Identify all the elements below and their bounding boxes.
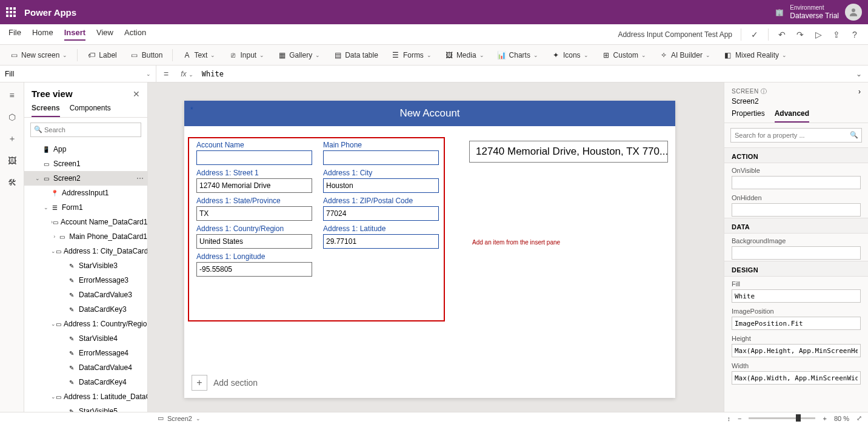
canvas-area[interactable]: New Account * Account Name Main Phone Ad…: [148, 82, 724, 412]
redo-icon[interactable]: ↷: [795, 30, 805, 39]
tree-tab-components[interactable]: Components: [70, 104, 111, 117]
address-display[interactable]: 12740 Memorial Drive, Houston, TX 770...: [469, 141, 668, 163]
prop-input-imageposition[interactable]: [732, 317, 861, 330]
menu-action[interactable]: Action: [124, 28, 146, 41]
tree-node-datacardvalue4[interactable]: ✎DataCardValue4: [24, 360, 147, 375]
menu-insert[interactable]: Insert: [64, 28, 85, 41]
ribbon-mixed-reality[interactable]: ◧Mixed Reality⌄: [720, 51, 790, 59]
share-icon[interactable]: ⇪: [832, 30, 841, 39]
fx-label[interactable]: fx ⌄: [176, 70, 198, 78]
tree-node-datacardkey4[interactable]: ✎DataCardKey4: [24, 375, 147, 389]
panel-chevron-icon[interactable]: ›: [858, 87, 861, 96]
ribbon-text[interactable]: AText⌄: [179, 51, 219, 59]
ribbon-ai-builder[interactable]: ✧AI Builder⌄: [656, 51, 714, 59]
info-icon[interactable]: ⓘ: [761, 88, 767, 95]
add-section-button[interactable]: +Add section: [192, 375, 258, 391]
ribbon-data-table[interactable]: ▤Data table: [330, 51, 382, 59]
form-title: New Account: [184, 101, 675, 126]
prop-name-bgimage: BackgroundImage: [732, 237, 861, 244]
ribbon-button[interactable]: ▭Button: [127, 51, 167, 59]
user-avatar[interactable]: [845, 4, 862, 21]
search-icon: 🔍: [850, 131, 858, 139]
field-input-longitude[interactable]: [196, 262, 312, 277]
tree-tab-screens[interactable]: Screens: [32, 104, 60, 117]
tree-node-errormessage3[interactable]: ✎ErrorMessage3: [24, 273, 147, 288]
tree-node-screen2[interactable]: ⌄▭Screen2⋯: [24, 171, 147, 186]
screen-canvas[interactable]: New Account * Account Name Main Phone Ad…: [184, 101, 675, 398]
environment-icon: 🏢: [775, 8, 784, 16]
field-input-street1[interactable]: [196, 178, 312, 193]
field-input-account-name[interactable]: [196, 150, 312, 165]
tree-node-starvisible3[interactable]: ✎StarVisible3: [24, 258, 147, 273]
ribbon-input[interactable]: ⎚Input⌄: [225, 51, 268, 59]
ribbon-new-screen[interactable]: ▭New screen⌄: [6, 51, 71, 59]
more-icon[interactable]: ⋯: [136, 174, 144, 183]
ribbon-icons[interactable]: ✦Icons⌄: [548, 51, 592, 59]
play-icon[interactable]: ▷: [813, 30, 823, 39]
prop-name-imageposition: ImagePosition: [732, 308, 861, 315]
field-input-zip[interactable]: [323, 206, 439, 221]
menu-home[interactable]: Home: [32, 28, 53, 41]
insert-icon[interactable]: ＋: [7, 133, 18, 144]
tree-node-screen1[interactable]: ▭Screen1: [24, 156, 147, 171]
app-checker-icon[interactable]: ✓: [750, 30, 760, 39]
menu-view[interactable]: View: [96, 28, 113, 41]
prop-input-bgimage[interactable]: [732, 246, 861, 260]
tree-search-input[interactable]: [30, 123, 141, 137]
ribbon-charts[interactable]: 📊Charts⌄: [494, 51, 542, 59]
props-search-input[interactable]: [730, 128, 862, 143]
tree-node-city-card[interactable]: ⌄▭Address 1: City_DataCard1: [24, 244, 147, 258]
field-input-main-phone[interactable]: [323, 150, 439, 165]
ribbon-label[interactable]: 🏷Label: [84, 51, 120, 59]
ribbon-media[interactable]: 🖼Media⌄: [441, 51, 488, 59]
tree-node-latitude-card[interactable]: ⌄▭Address 1: Latitude_DataCard1: [24, 389, 147, 404]
tree-node-app[interactable]: 📱App: [24, 142, 147, 156]
waffle-icon[interactable]: [6, 7, 16, 17]
zoom-slider[interactable]: [749, 417, 815, 419]
tree-node-form1[interactable]: ⌄☰Form1: [24, 200, 147, 215]
environment-block[interactable]: Environment Dataverse Trial: [790, 4, 839, 20]
zoom-out-icon[interactable]: −: [738, 415, 741, 422]
prop-input-onhidden[interactable]: [732, 203, 861, 217]
formula-expand-icon[interactable]: ⌄: [850, 70, 868, 78]
props-tab-properties[interactable]: Properties: [732, 109, 765, 123]
zoom-in-icon[interactable]: +: [823, 415, 826, 422]
advanced-tools-icon[interactable]: 🛠: [7, 177, 18, 188]
plus-icon: +: [192, 375, 207, 391]
field-input-country[interactable]: [196, 234, 312, 249]
property-selector[interactable]: Fill⌄: [0, 66, 156, 82]
tree-view-icon[interactable]: ≡: [7, 90, 18, 101]
props-tab-advanced[interactable]: Advanced: [775, 109, 809, 123]
fit-icon[interactable]: ⤢: [856, 414, 862, 422]
prop-input-width[interactable]: [732, 371, 861, 385]
tree-close-icon[interactable]: ✕: [133, 89, 140, 99]
prop-input-onvisible[interactable]: [732, 176, 861, 189]
field-input-latitude[interactable]: [323, 234, 439, 249]
tree-node-starvisible4[interactable]: ✎StarVisible4: [24, 331, 147, 346]
field-input-state[interactable]: [196, 206, 312, 221]
ribbon-custom[interactable]: ⊞Custom⌄: [598, 51, 650, 59]
tree-node-addressinput[interactable]: 📍AddressInput1: [24, 186, 147, 200]
ribbon-forms[interactable]: ☰Forms⌄: [388, 51, 435, 59]
ribbon-gallery[interactable]: ▦Gallery⌄: [274, 51, 324, 59]
data-icon[interactable]: ⬡: [7, 112, 18, 123]
tree-node-mainphone-card[interactable]: ›▭Main Phone_DataCard1: [24, 229, 147, 244]
section-design: DESIGN: [724, 261, 868, 277]
prop-input-fill[interactable]: [732, 289, 861, 303]
tree-node-starvisible5[interactable]: ✎StarVisible5: [24, 404, 147, 412]
tree-node-datacardvalue3[interactable]: ✎DataCardValue3: [24, 288, 147, 302]
undo-icon[interactable]: ↶: [777, 30, 787, 39]
menu-file[interactable]: File: [8, 28, 21, 41]
tree-node-datacardkey3[interactable]: ✎DataCardKey3: [24, 302, 147, 317]
prop-input-height[interactable]: [732, 344, 861, 357]
tree-node-errormessage4[interactable]: ✎ErrorMessage4: [24, 346, 147, 360]
field-input-city[interactable]: [323, 178, 439, 193]
search-icon: 🔍: [34, 126, 42, 133]
media-rail-icon[interactable]: 🖼: [7, 155, 18, 166]
tree-node-accountname-card[interactable]: ›▭Account Name_DataCard1: [24, 215, 147, 229]
formula-input[interactable]: [198, 66, 850, 82]
screen-indicator-name[interactable]: Screen2: [167, 415, 192, 422]
help-icon[interactable]: ?: [850, 30, 860, 39]
arrows-icon[interactable]: ↕: [727, 415, 731, 422]
tree-node-country-card[interactable]: ⌄▭Address 1: Country/Region_DataCard1: [24, 317, 147, 331]
